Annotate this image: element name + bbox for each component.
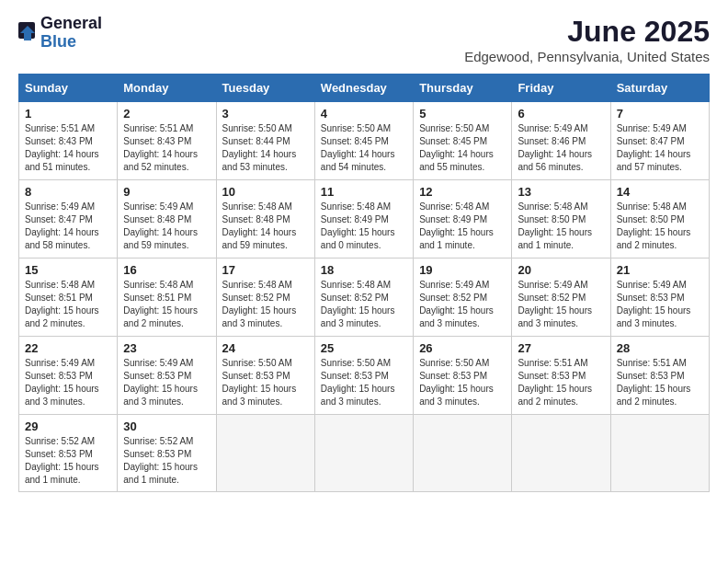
day-number: 27 [518,341,604,355]
day-number: 25 [321,341,407,355]
header-monday: Monday [118,75,216,102]
day-number: 5 [419,107,506,121]
day-number: 21 [617,263,703,277]
calendar-cell: 21Sunrise: 5:49 AM Sunset: 8:53 PM Dayli… [610,259,709,337]
calendar-cell: 22Sunrise: 5:49 AM Sunset: 8:53 PM Dayli… [19,337,118,415]
calendar-cell [610,415,709,492]
day-number: 26 [419,341,506,355]
title-area: June 2025 Edgewood, Pennsylvania, United… [464,15,710,64]
day-number: 22 [25,341,111,355]
calendar-cell: 5Sunrise: 5:50 AM Sunset: 8:45 PM Daylig… [414,102,512,180]
calendar-cell: 20Sunrise: 5:49 AM Sunset: 8:52 PM Dayli… [512,259,610,337]
day-info: Sunrise: 5:52 AM Sunset: 8:53 PM Dayligh… [25,435,111,487]
logo-text: General Blue [40,15,102,52]
calendar-cell: 18Sunrise: 5:48 AM Sunset: 8:52 PM Dayli… [314,259,413,337]
calendar-cell: 9Sunrise: 5:49 AM Sunset: 8:48 PM Daylig… [118,180,216,259]
week-row-1: 1Sunrise: 5:51 AM Sunset: 8:43 PM Daylig… [19,102,710,180]
day-info: Sunrise: 5:50 AM Sunset: 8:45 PM Dayligh… [419,122,506,174]
calendar-cell: 30Sunrise: 5:52 AM Sunset: 8:53 PM Dayli… [118,415,216,492]
day-info: Sunrise: 5:48 AM Sunset: 8:52 PM Dayligh… [222,279,309,330]
week-row-3: 15Sunrise: 5:48 AM Sunset: 8:51 PM Dayli… [19,259,710,337]
day-info: Sunrise: 5:48 AM Sunset: 8:49 PM Dayligh… [321,201,407,252]
calendar-cell [414,415,512,492]
day-info: Sunrise: 5:50 AM Sunset: 8:44 PM Dayligh… [222,122,309,174]
header-saturday: Saturday [610,75,709,102]
calendar-cell: 10Sunrise: 5:48 AM Sunset: 8:48 PM Dayli… [216,180,314,259]
calendar-cell: 7Sunrise: 5:49 AM Sunset: 8:47 PM Daylig… [610,102,709,180]
day-info: Sunrise: 5:49 AM Sunset: 8:53 PM Dayligh… [25,357,111,408]
calendar-header-row: SundayMondayTuesdayWednesdayThursdayFrid… [19,75,710,102]
day-info: Sunrise: 5:48 AM Sunset: 8:52 PM Dayligh… [321,279,407,330]
day-info: Sunrise: 5:52 AM Sunset: 8:53 PM Dayligh… [123,435,210,487]
day-number: 29 [25,419,111,433]
calendar-cell: 17Sunrise: 5:48 AM Sunset: 8:52 PM Dayli… [216,259,314,337]
day-number: 6 [518,107,604,121]
calendar-cell: 24Sunrise: 5:50 AM Sunset: 8:53 PM Dayli… [216,337,314,415]
calendar-cell: 13Sunrise: 5:48 AM Sunset: 8:50 PM Dayli… [512,180,610,259]
logo: General Blue [18,15,102,52]
day-number: 28 [617,341,703,355]
day-number: 16 [123,263,210,277]
day-number: 11 [321,185,407,199]
calendar-cell: 6Sunrise: 5:49 AM Sunset: 8:46 PM Daylig… [512,102,610,180]
day-number: 23 [123,341,210,355]
day-info: Sunrise: 5:51 AM Sunset: 8:43 PM Dayligh… [25,122,111,174]
calendar-cell: 28Sunrise: 5:51 AM Sunset: 8:53 PM Dayli… [610,337,709,415]
calendar: SundayMondayTuesdayWednesdayThursdayFrid… [18,74,710,492]
month-title: June 2025 [464,15,710,49]
calendar-cell: 2Sunrise: 5:51 AM Sunset: 8:43 PM Daylig… [118,102,216,180]
header-sunday: Sunday [19,75,118,102]
logo-blue: Blue [40,33,102,52]
day-number: 19 [419,263,506,277]
day-number: 4 [321,107,407,121]
day-info: Sunrise: 5:49 AM Sunset: 8:47 PM Dayligh… [617,122,703,174]
day-number: 12 [419,185,506,199]
day-info: Sunrise: 5:48 AM Sunset: 8:49 PM Dayligh… [419,201,506,252]
day-info: Sunrise: 5:50 AM Sunset: 8:53 PM Dayligh… [222,357,309,408]
day-info: Sunrise: 5:49 AM Sunset: 8:52 PM Dayligh… [518,279,604,330]
day-number: 13 [518,185,604,199]
location-title: Edgewood, Pennsylvania, United States [464,49,710,64]
week-row-4: 22Sunrise: 5:49 AM Sunset: 8:53 PM Dayli… [19,337,710,415]
calendar-cell: 23Sunrise: 5:49 AM Sunset: 8:53 PM Dayli… [118,337,216,415]
header-wednesday: Wednesday [314,75,413,102]
logo-icon [18,22,37,44]
calendar-cell: 15Sunrise: 5:48 AM Sunset: 8:51 PM Dayli… [19,259,118,337]
day-info: Sunrise: 5:49 AM Sunset: 8:46 PM Dayligh… [518,122,604,174]
day-number: 2 [123,107,210,121]
day-number: 20 [518,263,604,277]
day-number: 14 [617,185,703,199]
day-number: 9 [123,185,210,199]
calendar-cell [512,415,610,492]
day-info: Sunrise: 5:51 AM Sunset: 8:43 PM Dayligh… [123,122,210,174]
calendar-cell: 16Sunrise: 5:48 AM Sunset: 8:51 PM Dayli… [118,259,216,337]
calendar-cell: 29Sunrise: 5:52 AM Sunset: 8:53 PM Dayli… [19,415,118,492]
day-number: 10 [222,185,309,199]
day-info: Sunrise: 5:48 AM Sunset: 8:48 PM Dayligh… [222,201,309,252]
day-number: 30 [123,419,210,433]
day-info: Sunrise: 5:51 AM Sunset: 8:53 PM Dayligh… [518,357,604,408]
header-thursday: Thursday [414,75,512,102]
logo-general: General [40,15,102,33]
day-number: 8 [25,185,111,199]
day-info: Sunrise: 5:48 AM Sunset: 8:51 PM Dayligh… [123,279,210,330]
day-info: Sunrise: 5:50 AM Sunset: 8:45 PM Dayligh… [321,122,407,174]
calendar-cell: 27Sunrise: 5:51 AM Sunset: 8:53 PM Dayli… [512,337,610,415]
day-info: Sunrise: 5:50 AM Sunset: 8:53 PM Dayligh… [321,357,407,408]
page-header: General Blue June 2025 Edgewood, Pennsyl… [18,15,710,64]
day-info: Sunrise: 5:49 AM Sunset: 8:53 PM Dayligh… [617,279,703,330]
calendar-cell [314,415,413,492]
day-number: 15 [25,263,111,277]
day-info: Sunrise: 5:49 AM Sunset: 8:52 PM Dayligh… [419,279,506,330]
day-number: 18 [321,263,407,277]
day-number: 1 [25,107,111,121]
calendar-cell: 12Sunrise: 5:48 AM Sunset: 8:49 PM Dayli… [414,180,512,259]
header-tuesday: Tuesday [216,75,314,102]
calendar-cell: 19Sunrise: 5:49 AM Sunset: 8:52 PM Dayli… [414,259,512,337]
day-number: 24 [222,341,309,355]
calendar-cell: 1Sunrise: 5:51 AM Sunset: 8:43 PM Daylig… [19,102,118,180]
calendar-cell: 3Sunrise: 5:50 AM Sunset: 8:44 PM Daylig… [216,102,314,180]
calendar-cell: 26Sunrise: 5:50 AM Sunset: 8:53 PM Dayli… [414,337,512,415]
week-row-5: 29Sunrise: 5:52 AM Sunset: 8:53 PM Dayli… [19,415,710,492]
day-info: Sunrise: 5:49 AM Sunset: 8:53 PM Dayligh… [123,357,210,408]
